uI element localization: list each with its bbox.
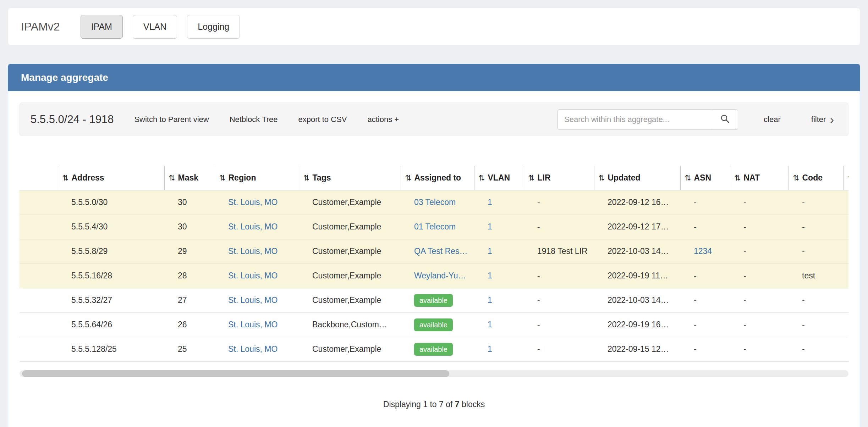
cell-updated: 2022-09-12 16…: [594, 190, 680, 215]
cell-lir: -: [524, 264, 594, 288]
cell-assigned-to: 03 Telecom: [401, 190, 474, 215]
assigned-link[interactable]: Weyland-Yu…: [414, 271, 466, 280]
column-header-vlan[interactable]: ⇅VLAN: [474, 166, 524, 190]
panel-body: 5.5.5.0/24 - 1918 Switch to Parent viewN…: [8, 91, 860, 421]
tab-vlan[interactable]: VLAN: [133, 15, 177, 39]
cell-address: 5.5.5.8/29: [58, 239, 164, 264]
toolbar-link-export-to-csv[interactable]: export to CSV: [298, 115, 347, 124]
cell-vlan: 1: [474, 288, 524, 312]
cell-tags: Backbone,Custom…: [299, 312, 401, 337]
cell-vlan: 1: [474, 190, 524, 215]
region-link[interactable]: St. Louis, MO: [228, 198, 278, 207]
chevron-right-icon: ›: [830, 114, 834, 125]
cell-clipped: [843, 190, 848, 215]
cell-tags: Customer,Example: [299, 215, 401, 239]
tab-ipam[interactable]: IPAM: [81, 15, 123, 39]
toolbar-link-netblock-tree[interactable]: Netblock Tree: [230, 115, 278, 124]
column-header-tags[interactable]: ⇅Tags: [299, 166, 401, 190]
search-input[interactable]: [557, 109, 712, 130]
cell-clipped: [843, 337, 848, 361]
region-link[interactable]: St. Louis, MO: [228, 246, 278, 256]
column-header-asn[interactable]: ⇅ASN: [680, 166, 730, 190]
footer-prefix: Displaying 1 to 7 of: [383, 400, 455, 409]
table-row: 5.5.5.128/2525St. Louis, MOCustomer,Exam…: [20, 337, 848, 361]
row-lead-cell: [20, 264, 58, 288]
column-header-mask[interactable]: ⇅Mask: [164, 166, 215, 190]
cell-asn: -: [680, 312, 730, 337]
sort-icon: ⇅: [303, 173, 313, 183]
region-link[interactable]: St. Louis, MO: [228, 271, 278, 280]
vlan-link[interactable]: 1: [488, 222, 492, 231]
vlan-link[interactable]: 1: [488, 198, 492, 207]
sort-icon: ⇅: [479, 173, 488, 183]
cell-tags: Customer,Example: [299, 337, 401, 361]
cell-mask: 30: [164, 190, 215, 215]
vlan-link[interactable]: 1: [488, 344, 492, 354]
cell-assigned-to: 01 Telecom: [401, 215, 474, 239]
search-button[interactable]: [712, 109, 738, 130]
assigned-link[interactable]: 03 Telecom: [414, 198, 456, 207]
sort-icon: ⇅: [169, 173, 178, 183]
cell-updated: 2022-10-03 14…: [594, 288, 680, 312]
cell-mask: 30: [164, 215, 215, 239]
sort-icon: ⇅: [219, 173, 229, 183]
assigned-link[interactable]: 01 Telecom: [414, 222, 456, 231]
cell-address: 5.5.5.4/30: [58, 215, 164, 239]
cell-assigned-to: available: [401, 337, 474, 361]
column-header-code[interactable]: ⇅Code: [789, 166, 843, 190]
cell-clipped: [843, 312, 848, 337]
panel-heading: Manage aggregate: [8, 64, 860, 91]
cell-assigned-to: available: [401, 312, 474, 337]
sort-icon: ⇅: [735, 173, 744, 183]
toolbar-link-switch-to-parent-view[interactable]: Switch to Parent view: [134, 115, 209, 124]
cell-address: 5.5.5.32/27: [58, 288, 164, 312]
cell-clipped: [843, 288, 848, 312]
assigned-link[interactable]: QA Test Res…: [414, 246, 467, 256]
cell-vlan: 1: [474, 215, 524, 239]
cell-nat: -: [730, 215, 789, 239]
column-header-region[interactable]: ⇅Region: [215, 166, 299, 190]
search-group: [557, 109, 738, 130]
cell-asn: -: [680, 337, 730, 361]
asn-link[interactable]: 1234: [694, 246, 712, 256]
region-link[interactable]: St. Louis, MO: [228, 295, 278, 305]
cell-region: St. Louis, MO: [215, 239, 299, 264]
clear-link[interactable]: clear: [764, 115, 781, 124]
vlan-link[interactable]: 1: [488, 246, 492, 256]
horizontal-scrollbar-track[interactable]: [20, 370, 848, 377]
column-header-assigned-to[interactable]: ⇅Assigned to: [401, 166, 474, 190]
region-link[interactable]: St. Louis, MO: [228, 344, 278, 354]
cell-updated: 2022-09-19 11…: [594, 264, 680, 288]
table-row: 5.5.5.16/2828St. Louis, MOCustomer,Examp…: [20, 264, 848, 288]
tab-logging[interactable]: Logging: [187, 15, 240, 39]
cell-nat: -: [730, 264, 789, 288]
cell-updated: 2022-10-03 14…: [594, 239, 680, 264]
sort-icon: ⇅: [528, 173, 538, 183]
table-footer: Displaying 1 to 7 of 7 blocks: [20, 400, 848, 409]
column-header-lir[interactable]: ⇅LIR: [524, 166, 594, 190]
cell-asn: -: [680, 215, 730, 239]
sort-icon: ⇅: [685, 173, 694, 183]
available-badge: available: [414, 294, 453, 307]
sort-icon: ⇅: [405, 173, 414, 183]
row-lead-cell: [20, 337, 58, 361]
region-link[interactable]: St. Louis, MO: [228, 320, 278, 329]
cell-nat: -: [730, 190, 789, 215]
cell-code: -: [789, 239, 843, 264]
cell-nat: -: [730, 288, 789, 312]
column-header-nat[interactable]: ⇅NAT: [730, 166, 789, 190]
horizontal-scrollbar-thumb[interactable]: [22, 370, 449, 377]
region-link[interactable]: St. Louis, MO: [228, 222, 278, 231]
toolbar-link-actions[interactable]: actions +: [367, 115, 399, 124]
cell-lir: 1918 Test LIR: [524, 239, 594, 264]
search-icon: [720, 114, 730, 125]
filter-link[interactable]: filter ›: [811, 114, 834, 125]
cell-mask: 28: [164, 264, 215, 288]
column-header-updated[interactable]: ⇅Updated: [594, 166, 680, 190]
row-lead-cell: [20, 288, 58, 312]
top-navbar: IPAMv2 IPAMVLANLogging: [8, 8, 860, 45]
vlan-link[interactable]: 1: [488, 271, 492, 280]
vlan-link[interactable]: 1: [488, 320, 492, 329]
vlan-link[interactable]: 1: [488, 295, 492, 305]
column-header-address[interactable]: ⇅Address: [58, 166, 164, 190]
